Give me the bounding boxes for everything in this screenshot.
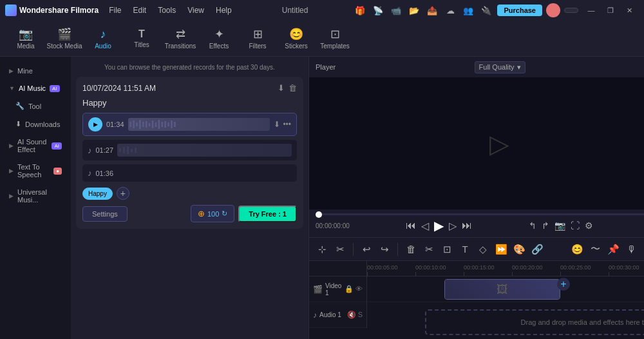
minimize-button[interactable]: — <box>582 4 600 17</box>
add-clip-button[interactable]: + <box>557 278 570 291</box>
sidebar-item-downloads[interactable]: ⬇ Downloads <box>3 115 68 133</box>
frame-fwd-icon[interactable]: ▷ <box>449 220 457 232</box>
tl-keyframe[interactable]: ◇ <box>475 242 491 257</box>
menu-tools[interactable]: Tools <box>153 5 181 16</box>
progress-bar[interactable] <box>316 213 644 215</box>
tl-right: 😊 〜 📌 🎙 ⊟ 🖼 ⊞ − + <box>569 242 644 257</box>
tool-filters[interactable]: ⊞ Filters <box>240 23 276 54</box>
mark-out-icon[interactable]: ↱ <box>542 220 549 231</box>
tool-titles[interactable]: T Titles <box>124 23 160 54</box>
screen-record-icon[interactable]: 📹 <box>389 3 403 17</box>
plugin-icon[interactable]: 🔌 <box>479 3 493 17</box>
tl-text[interactable]: T <box>457 242 473 257</box>
generate-button[interactable]: ⊕ 100 ↻ <box>191 205 234 222</box>
track-lock-icon[interactable]: 🔒 <box>345 285 354 293</box>
menu-help[interactable]: Help <box>211 5 237 16</box>
video-clip-1[interactable]: 🖼 <box>444 279 560 300</box>
tag-add-button[interactable]: + <box>117 187 129 200</box>
sidebar-item-tool[interactable]: 🔧 Tool <box>3 97 68 115</box>
menu-view[interactable]: View <box>182 5 209 16</box>
play-button-1[interactable]: ▶ <box>88 117 102 131</box>
main-area: ▶ Mine ▼ AI Music AI 🔧 Tool ⬇ Downloads <box>0 57 644 339</box>
track-lane-audio1: Drag and drop media and effects here to … <box>367 302 644 339</box>
notification-icon[interactable]: 📡 <box>371 3 385 17</box>
mark-in-icon[interactable]: ↰ <box>529 220 536 231</box>
fullscreen2-icon[interactable]: ⛶ <box>571 220 580 231</box>
tl-undo[interactable]: ↩ <box>359 242 374 257</box>
tl-separator-1 <box>353 243 354 256</box>
tl-redo[interactable]: ↪ <box>377 242 392 257</box>
more-icon-1[interactable]: ••• <box>283 120 291 129</box>
tl-emoji[interactable]: 😊 <box>569 242 585 257</box>
play-pause-button[interactable]: ▶ <box>434 218 444 233</box>
sidebar-item-mine[interactable]: ▶ Mine <box>3 63 68 79</box>
audio-waveform-2 <box>117 144 292 157</box>
upgrade-button[interactable] <box>564 8 578 13</box>
tl-select-tool[interactable]: ⊹ <box>314 242 330 257</box>
player-label: Player <box>316 63 336 71</box>
menu-file[interactable]: File <box>104 5 126 16</box>
clip-thumb-icon: 🖼 <box>497 283 508 296</box>
camera-icon[interactable]: 📷 <box>554 220 565 231</box>
try-free-button[interactable]: Try Free : 1 <box>238 206 297 222</box>
tl-crop[interactable]: ⊡ <box>439 242 455 257</box>
cloud-icon[interactable]: ☁ <box>443 3 457 17</box>
tool-effects[interactable]: ✦ Effects <box>201 23 237 54</box>
tool-media[interactable]: 📷 Media <box>8 23 44 54</box>
timeline-ruler: 00:00:05:00 00:00:10:00 00:00:15:00 <box>367 261 644 276</box>
video-track-controls: 🔒 👁 <box>345 285 363 293</box>
tl-color[interactable]: 🎨 <box>511 242 527 257</box>
skip-back-icon[interactable]: ⏮ <box>406 220 416 231</box>
audio-track-controls: 🔇 S <box>347 311 363 319</box>
stickers-icon: 😊 <box>289 27 303 41</box>
tl-collapse[interactable]: ⊟ <box>641 242 644 257</box>
sidebar-item-ai-sound-effect[interactable]: ▶ AI Sound Effect AI <box>3 133 68 158</box>
tool-stock-media[interactable]: 🎬 Stock Media <box>46 23 82 54</box>
settings2-icon[interactable]: ⚙ <box>585 220 593 231</box>
gift-icon[interactable]: 🎁 <box>353 3 367 17</box>
track-mute-icon[interactable]: 🔇 <box>347 311 356 319</box>
frame-back-icon[interactable]: ◁ <box>421 220 429 232</box>
progress-dot[interactable] <box>316 211 322 218</box>
quality-label: Full Quality <box>479 63 515 71</box>
purchase-button[interactable]: Purchase <box>497 5 542 16</box>
tl-mic[interactable]: 🎙 <box>623 242 639 257</box>
track-solo-icon[interactable]: S <box>358 311 363 319</box>
tool-templates[interactable]: ⊡ Templates <box>317 23 353 54</box>
settings-button[interactable]: Settings <box>82 206 128 222</box>
tl-link[interactable]: 🔗 <box>529 242 545 257</box>
user-avatar[interactable] <box>546 3 560 17</box>
download-icon-1[interactable]: ⬇ <box>274 120 280 129</box>
tool-transitions[interactable]: ⇄ Transitions <box>162 23 198 54</box>
skip-fwd-icon[interactable]: ⏭ <box>462 220 472 231</box>
card-header: 10/07/2024 11:51 AM ⬇ 🗑 <box>82 83 297 93</box>
sidebar-item-ai-music[interactable]: ▼ AI Music AI <box>3 80 68 97</box>
tl-speed[interactable]: ⏩ <box>493 242 509 257</box>
track-eye-icon[interactable]: 👁 <box>355 285 363 293</box>
tool-stickers[interactable]: 😊 Stickers <box>278 23 314 54</box>
menu-edit[interactable]: Edit <box>128 5 151 16</box>
import-icon[interactable]: 📂 <box>407 3 421 17</box>
transitions-label: Transitions <box>165 43 196 50</box>
generate-count: 100 <box>207 210 219 218</box>
video-track-name: Video 1 <box>325 282 342 296</box>
card-delete-icon[interactable]: 🗑 <box>289 83 297 93</box>
tl-blade-tool[interactable]: ✂ <box>332 242 348 257</box>
quality-select[interactable]: Full Quality ▾ <box>475 61 526 73</box>
track-label-video1: 🎬 Video 1 🔒 👁 <box>309 276 366 302</box>
tool-icon-sidebar: 🔧 <box>15 102 24 110</box>
card-download-icon[interactable]: ⬇ <box>278 83 285 93</box>
sidebar-item-universal-music[interactable]: ▶ Universal Musi... <box>3 184 68 208</box>
tl-split[interactable]: ✂ <box>421 242 437 257</box>
tag-happy[interactable]: Happy <box>82 188 113 200</box>
close-button[interactable]: ✕ <box>621 4 639 17</box>
export-icon[interactable]: 📤 <box>425 3 439 17</box>
maximize-button[interactable]: ❐ <box>601 4 620 17</box>
tool-audio[interactable]: ♪ Audio <box>85 23 121 54</box>
tl-audio-wave[interactable]: 〜 <box>587 242 603 257</box>
quality-chevron-icon: ▾ <box>517 63 521 72</box>
tl-pin[interactable]: 📌 <box>605 242 621 257</box>
community-icon[interactable]: 👥 <box>461 3 475 17</box>
tl-delete[interactable]: 🗑 <box>403 242 419 257</box>
sidebar-item-text-to-speech[interactable]: ▶ Text To Speech ● <box>3 159 68 183</box>
